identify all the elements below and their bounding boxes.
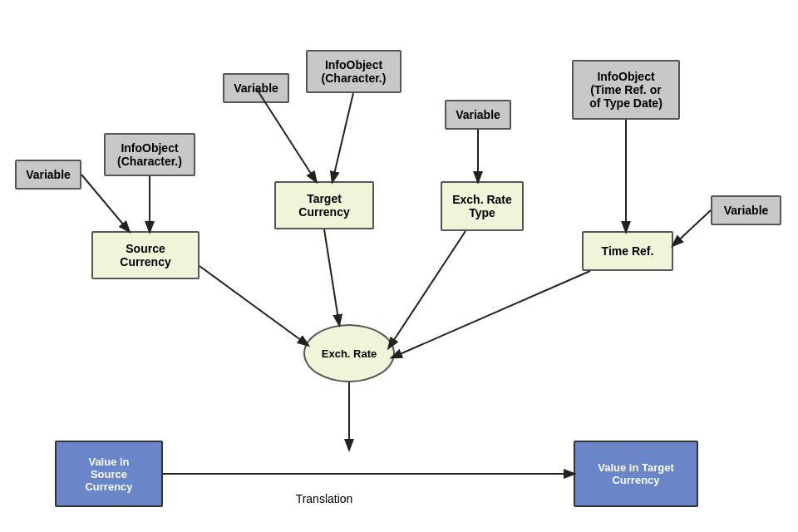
infoobject-char1-node: InfoObject(Character.) [104,133,195,176]
diagram: Variable InfoObject(Character.) Variable… [0,0,798,532]
source-currency-node: SourceCurrency [91,231,200,279]
svg-line-10 [392,271,590,357]
svg-line-3 [332,93,353,181]
svg-line-8 [324,229,339,324]
value-source-node: Value inSourceCurrency [55,441,163,507]
infoobject-char2-node: InfoObject(Character.) [306,50,401,93]
translation-label: Translation [274,489,374,509]
svg-line-0 [81,175,129,231]
exch-rate-type-node: Exch. RateType [441,181,524,231]
time-ref-node: Time Ref. [582,231,673,271]
svg-line-7 [200,266,308,345]
value-target-node: Value in TargetCurrency [574,441,698,507]
svg-line-6 [673,210,711,245]
target-currency-node: TargetCurrency [274,181,374,229]
svg-line-9 [389,231,466,347]
variable1-node: Variable [15,160,81,190]
exch-rate-node: Exch. Rate [303,324,395,382]
variable4-node: Variable [711,195,781,225]
variable3-node: Variable [445,100,511,130]
infoobject-time-node: InfoObject(Time Ref. orof Type Date) [572,60,680,120]
variable2-node: Variable [223,73,289,103]
